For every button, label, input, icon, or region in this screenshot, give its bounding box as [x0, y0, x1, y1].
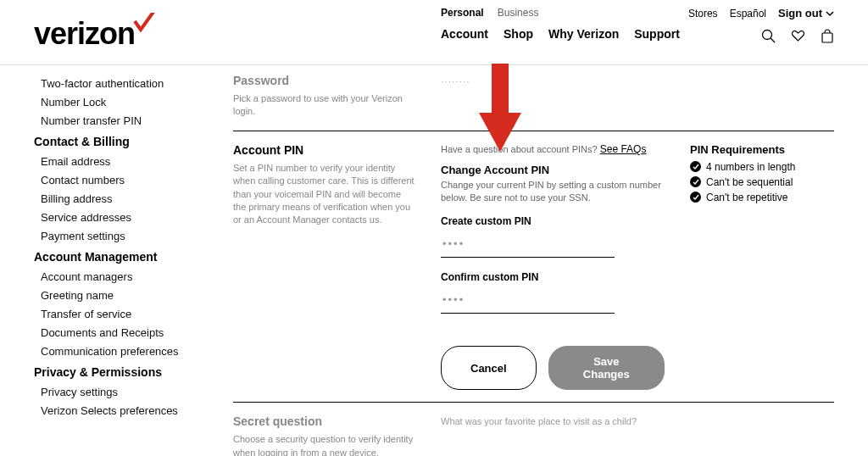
tab-business[interactable]: Business [498, 7, 539, 19]
check-circle-icon [690, 176, 701, 187]
chevron-down-icon [826, 9, 834, 18]
password-masked: ········ [441, 74, 665, 87]
pin-section-left: Account PIN Set a PIN number to verify y… [233, 143, 415, 227]
sidebar-item-payment-settings[interactable]: Payment settings [34, 226, 216, 245]
pin-title: Account PIN [233, 143, 415, 157]
pin-requirements: PIN Requirements 4 numbers in length Can… [690, 143, 834, 207]
nav-account[interactable]: Account [441, 27, 488, 41]
sidebar-item-2fa[interactable]: Two-factor authentication [34, 74, 216, 92]
create-pin-label: Create custom PIN [441, 215, 665, 227]
svg-rect-2 [822, 33, 832, 42]
change-pin-desc: Change your current PIN by setting a cus… [441, 179, 665, 204]
bag-icon[interactable] [821, 29, 834, 43]
secret-section-mid: What was your favorite place to visit as… [441, 414, 665, 426]
sidebar-item-transfer-pin[interactable]: Number transfer PIN [34, 111, 216, 130]
account-pin-section: Account PIN Set a PIN number to verify y… [233, 131, 834, 403]
change-pin-heading: Change Account PIN [441, 164, 665, 176]
site-header: verizon Personal Business Account Shop W… [0, 0, 868, 59]
sidebar-item-greeting-name[interactable]: Greeting name [34, 286, 216, 304]
svg-point-0 [763, 31, 772, 40]
nav-shop[interactable]: Shop [504, 27, 533, 41]
settings-sidebar: Two-factor authentication Number Lock Nu… [34, 74, 233, 456]
sidebar-item-transfer-service[interactable]: Transfer of service [34, 304, 216, 323]
primary-nav: Personal Business Account Shop Why Veriz… [441, 7, 680, 41]
pin-req-1: 4 numbers in length [690, 161, 834, 173]
svg-line-1 [771, 38, 775, 42]
pin-section-mid: Have a question about account PINs? See … [441, 143, 665, 391]
main-nav: Account Shop Why Verizon Support [441, 27, 680, 41]
secret-title: Secret question [233, 414, 415, 428]
pin-req-3: Can't be repetitive [690, 192, 834, 203]
brand-logo[interactable]: verizon [34, 16, 155, 52]
heart-icon[interactable] [791, 29, 805, 43]
stores-link[interactable]: Stores [688, 8, 718, 19]
tab-personal[interactable]: Personal [441, 7, 484, 19]
sidebar-item-contact-numbers[interactable]: Contact numbers [34, 170, 216, 189]
secret-desc: Choose a security question to verify ide… [233, 433, 415, 456]
settings-main: Password Pick a password to use with you… [233, 74, 834, 456]
sidebar-item-comm-prefs[interactable]: Communication preferences [34, 342, 216, 360]
page-content: Two-factor authentication Number Lock Nu… [0, 65, 868, 456]
sidebar-heading-contact: Contact & Billing [34, 131, 216, 152]
sidebar-heading-privacy: Privacy & Permissions [34, 362, 216, 382]
pin-faq-line: Have a question about account PINs? See … [441, 143, 665, 155]
sidebar-item-documents[interactable]: Documents and Receipts [34, 323, 216, 342]
pin-req-2: Can't be sequential [690, 176, 834, 188]
segment-tabs: Personal Business [441, 7, 680, 19]
password-desc: Pick a password to use with your Verizon… [233, 92, 415, 119]
password-title: Password [233, 74, 415, 87]
save-changes-button[interactable]: Save Changes [548, 346, 665, 390]
secret-question-section: Secret question Choose a security questi… [233, 402, 834, 456]
sidebar-item-privacy-settings[interactable]: Privacy settings [34, 382, 216, 401]
sidebar-item-number-lock[interactable]: Number Lock [34, 92, 216, 111]
sidebar-item-billing-address[interactable]: Billing address [34, 189, 216, 208]
password-section-mid: ········ [441, 74, 665, 87]
brand-word: verizon [34, 16, 135, 52]
check-icon [133, 13, 155, 33]
sidebar-item-acct-managers[interactable]: Account managers [34, 267, 216, 286]
signout-link[interactable]: Sign out [778, 7, 834, 19]
secret-question-text: What was your favorite place to visit as… [441, 414, 665, 426]
pin-desc: Set a PIN number to verify your identity… [233, 162, 415, 227]
create-pin-input[interactable] [441, 231, 615, 258]
secret-section-left: Secret question Choose a security questi… [233, 414, 415, 456]
pin-button-row: Cancel Save Changes [441, 346, 665, 390]
sidebar-item-email[interactable]: Email address [34, 152, 216, 170]
sidebar-heading-acct-mgmt: Account Management [34, 247, 216, 267]
search-icon[interactable] [761, 29, 776, 43]
confirm-pin-input[interactable] [441, 286, 615, 314]
nav-why[interactable]: Why Verizon [548, 27, 619, 41]
language-link[interactable]: Español [730, 8, 766, 19]
see-faqs-link[interactable]: See FAQs [600, 143, 647, 155]
sidebar-item-verizon-selects[interactable]: Verizon Selects preferences [34, 401, 216, 420]
utility-icons [761, 29, 834, 43]
confirm-pin-label: Confirm custom PIN [441, 271, 665, 283]
utility-nav: Stores Español Sign out [688, 7, 834, 19]
sidebar-item-service-addresses[interactable]: Service addresses [34, 208, 216, 226]
check-circle-icon [690, 161, 701, 172]
check-circle-icon [690, 192, 701, 203]
nav-support[interactable]: Support [634, 27, 680, 41]
cancel-button[interactable]: Cancel [441, 346, 537, 390]
password-section-left: Password Pick a password to use with you… [233, 74, 415, 119]
pin-req-heading: PIN Requirements [690, 143, 834, 156]
password-section: Password Pick a password to use with you… [233, 74, 834, 131]
